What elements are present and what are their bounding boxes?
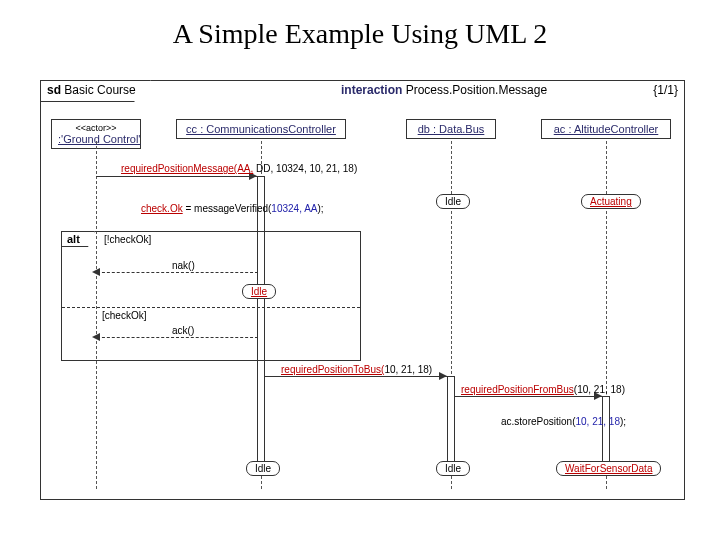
lifeline-comm-controller: cc : CommunicationsController bbox=[176, 119, 346, 139]
msg-part: requiredPositionMessage(AA, bbox=[121, 163, 253, 174]
msg-position-to-bus bbox=[265, 376, 447, 377]
stereotype-actor: <<actor>> bbox=[58, 123, 134, 133]
msg-part: (10, 21, 18) bbox=[574, 384, 625, 395]
sequence-diagram-frame: sd Basic Course interaction Process.Posi… bbox=[40, 80, 685, 500]
msg-nak bbox=[97, 272, 258, 273]
lifeline-data-bus: db : Data.Bus bbox=[406, 119, 496, 139]
msg-part: check.Ok bbox=[141, 203, 183, 214]
arrow-icon bbox=[92, 333, 100, 341]
msg-part: requiredPositionToBus( bbox=[281, 364, 384, 375]
interaction-header: interaction Process.Position.Message bbox=[341, 83, 547, 97]
lifeline-gc-name: :'Ground Control' bbox=[58, 133, 140, 145]
state-wait-sensor-data: WaitForSensorData bbox=[556, 461, 661, 476]
msg-part: = messageVerified( bbox=[183, 203, 272, 214]
page-count: {1/1} bbox=[653, 83, 678, 97]
msg-ack bbox=[97, 337, 258, 338]
msg-label-check-ok: check.Ok = messageVerified(10324, AA); bbox=[141, 203, 324, 214]
msg-label-store-position: ac.storePosition(10, 21, 18); bbox=[501, 416, 626, 427]
msg-label-required-position: requiredPositionMessage(AA, DD, 10324, 1… bbox=[121, 163, 357, 174]
lifeline-cc-name: cc : CommunicationsController bbox=[186, 123, 336, 135]
msg-label-position-to-bus: requiredPositionToBus(10, 21, 18) bbox=[281, 364, 432, 375]
lifeline-ac-name: ac : AltitudeController bbox=[554, 123, 659, 135]
slide-title: A Simple Example Using UML 2 bbox=[0, 0, 720, 58]
msg-label-ack: ack() bbox=[172, 325, 194, 336]
lifeline-db-name: db : Data.Bus bbox=[418, 123, 485, 135]
msg-part: ); bbox=[620, 416, 626, 427]
msg-position-from-bus bbox=[455, 396, 602, 397]
state-idle-db-end: Idle bbox=[436, 461, 470, 476]
arrow-icon bbox=[439, 372, 447, 380]
arrow-icon bbox=[92, 268, 100, 276]
msg-part: 10324, AA bbox=[271, 203, 317, 214]
msg-part: 10, 21, 18) bbox=[384, 364, 432, 375]
alt-divider bbox=[62, 307, 360, 308]
interaction-name: Process.Position.Message bbox=[406, 83, 547, 97]
state-idle-db-1: Idle bbox=[436, 194, 470, 209]
frame-name: Basic Course bbox=[64, 83, 135, 97]
lifeline-altitude-controller: ac : AltitudeController bbox=[541, 119, 671, 139]
frame-keyword: sd bbox=[47, 83, 61, 97]
msg-label-nak: nak() bbox=[172, 260, 195, 271]
msg-part: DD, 10324, 10, 21, 18) bbox=[253, 163, 357, 174]
state-idle-cc-nak: Idle bbox=[242, 284, 276, 299]
state-idle-cc-end: Idle bbox=[246, 461, 280, 476]
msg-required-position bbox=[96, 176, 257, 177]
guard-checkok: [checkOk] bbox=[102, 310, 146, 321]
msg-label-position-from-bus: requiredPositionFromBus(10, 21, 18) bbox=[461, 384, 625, 395]
msg-part: ac.storePosition( bbox=[501, 416, 575, 427]
alt-fragment: alt [!checkOk] nak() Idle [checkOk] ack(… bbox=[61, 231, 361, 361]
msg-part: 10, 21, 18 bbox=[575, 416, 619, 427]
alt-tab: alt bbox=[61, 231, 95, 247]
guard-not-checkok: [!checkOk] bbox=[104, 234, 151, 245]
interaction-keyword: interaction bbox=[341, 83, 402, 97]
state-actuating-ac: Actuating bbox=[581, 194, 641, 209]
msg-part: ); bbox=[318, 203, 324, 214]
msg-part: requiredPositionFromBus bbox=[461, 384, 574, 395]
frame-tab: sd Basic Course bbox=[40, 80, 151, 102]
